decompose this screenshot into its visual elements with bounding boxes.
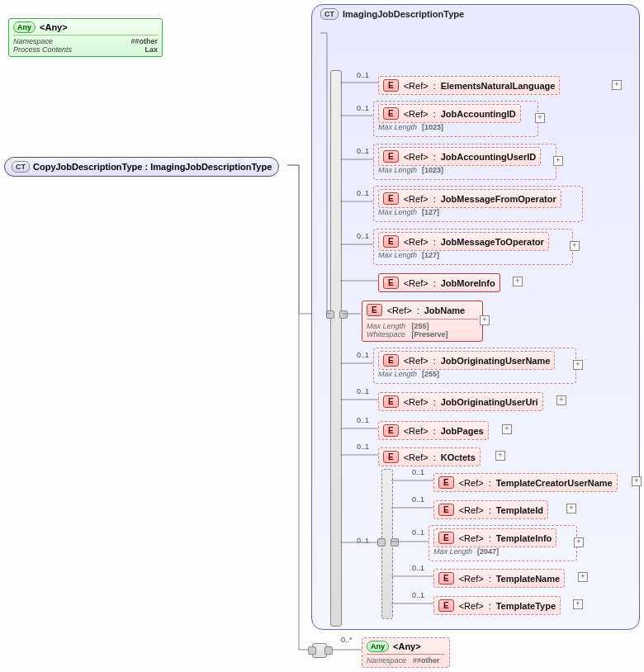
expand-icon[interactable]: + xyxy=(612,80,622,90)
any-row-key: Namespace xyxy=(13,37,53,45)
occurrence-label: 0..1 xyxy=(357,442,369,451)
occurrence-label: 0..1 xyxy=(357,416,369,424)
occurrence-label: 0..1 xyxy=(357,189,369,197)
element-ref[interactable]: E <Ref>: KOctets xyxy=(378,447,481,466)
facet-val: [1023] xyxy=(422,166,443,174)
ref-label: <Ref> xyxy=(459,478,484,488)
element-badge-icon: E xyxy=(438,572,454,584)
element-name: JobMessageFromOperator xyxy=(441,194,556,204)
expand-icon[interactable]: + xyxy=(578,572,588,582)
element-badge-icon: E xyxy=(383,235,399,248)
element-ref[interactable]: E <Ref>: JobMessageFromOperator xyxy=(378,189,561,208)
element-name: JobName xyxy=(424,305,466,315)
element-name: JobMessageToOperator xyxy=(441,237,544,247)
sequence-handle-icon[interactable] xyxy=(324,646,333,655)
ref-label: <Ref> xyxy=(404,356,429,366)
sequence-handle-icon[interactable] xyxy=(377,538,386,547)
element-ref[interactable]: E <Ref>: JobMessageToOperator xyxy=(378,232,549,251)
element-name: TemplateInfo xyxy=(496,533,552,543)
facet-key: Max Length xyxy=(378,251,417,259)
any-row-key: Namespace xyxy=(367,656,406,665)
occurrence-label: 0..1 xyxy=(357,387,369,395)
expand-icon[interactable]: + xyxy=(573,360,583,370)
element-name: TemplateId xyxy=(496,505,543,515)
element-badge-icon: E xyxy=(367,304,382,316)
element-ref[interactable]: E <Ref>: TemplateCreatorUserName xyxy=(433,473,618,492)
ref-label: <Ref> xyxy=(404,397,429,407)
ref-label: <Ref> xyxy=(404,452,429,462)
expand-icon[interactable]: + xyxy=(574,537,584,547)
facet-key: Max Length xyxy=(378,166,417,174)
facet-key: Max Length xyxy=(378,370,417,378)
expand-icon[interactable]: + xyxy=(513,277,523,286)
occurrence-label: 0..1 xyxy=(357,351,369,359)
any-footer-title: <Any> xyxy=(393,641,421,651)
facet-key: Whitespace xyxy=(367,330,405,338)
element-name: JobAccountingID xyxy=(441,109,516,119)
occurrence-label: 0..* xyxy=(341,636,353,644)
expand-icon[interactable]: + xyxy=(553,156,563,166)
ref-label: <Ref> xyxy=(459,505,484,515)
element-name: TemplateName xyxy=(496,574,560,584)
element-name: JobOriginatingUserUri xyxy=(441,397,538,407)
expand-icon[interactable]: + xyxy=(495,451,505,461)
element-badge-icon: E xyxy=(383,395,399,408)
element-name: JobOriginatingUserName xyxy=(441,356,551,366)
expand-icon[interactable]: + xyxy=(556,395,566,405)
element-ref[interactable]: E <Ref>: JobMoreInfo xyxy=(378,273,500,292)
element-ref[interactable]: E <Ref>: TemplateInfo xyxy=(433,528,556,547)
element-badge-icon: E xyxy=(383,451,399,463)
ct-badge-icon: CT xyxy=(320,8,339,20)
any-row-key: Process Contents xyxy=(13,45,72,54)
element-ref[interactable]: E <Ref>: JobAccountingID xyxy=(378,104,521,123)
any-wildcard-footer[interactable]: Any <Any> Namespace##other xyxy=(362,637,450,668)
expand-icon[interactable]: + xyxy=(632,476,642,486)
element-ref[interactable]: E <Ref>: TemplateName xyxy=(433,569,565,588)
occurrence-label: 0..1 xyxy=(412,495,424,504)
ref-label: <Ref> xyxy=(404,278,429,288)
expand-icon[interactable]: + xyxy=(480,315,490,325)
element-name: JobPages xyxy=(441,426,484,436)
ref-label: <Ref> xyxy=(404,109,429,119)
sequence-handle-icon[interactable] xyxy=(339,310,348,319)
sequence-handle-icon[interactable] xyxy=(326,310,334,319)
element-badge-icon: E xyxy=(383,107,399,120)
element-badge-icon: E xyxy=(383,79,399,92)
element-ref[interactable]: E <Ref>: JobOriginatingUserName xyxy=(378,351,555,370)
expand-icon[interactable]: + xyxy=(535,113,545,123)
occurrence-label: 0..1 xyxy=(412,528,424,537)
element-ref[interactable]: E <Ref>: TemplateType xyxy=(433,596,561,615)
any-row-val: ##other xyxy=(130,37,158,45)
any-row-val: Lax xyxy=(144,45,158,54)
ref-label: <Ref> xyxy=(404,152,429,162)
occurrence-label: 0..1 xyxy=(412,591,424,599)
expand-icon[interactable]: + xyxy=(570,241,580,251)
expand-icon[interactable]: + xyxy=(566,504,576,513)
element-ref[interactable]: E <Ref>: JobName Max Length [255] Whites… xyxy=(362,301,483,342)
occurrence-label: 0..1 xyxy=(357,147,369,155)
expand-icon[interactable]: + xyxy=(573,599,583,609)
facet-val: [127] xyxy=(422,208,439,216)
element-name: KOctets xyxy=(441,452,476,462)
element-name: JobMoreInfo xyxy=(441,278,495,288)
element-ref[interactable]: E <Ref>: TemplateId xyxy=(433,500,548,519)
ref-label: <Ref> xyxy=(404,81,429,91)
facet-val: [255] xyxy=(422,370,439,378)
element-badge-icon: E xyxy=(383,150,399,163)
element-ref[interactable]: E <Ref>: JobAccountingUserID xyxy=(378,147,541,166)
ref-label: <Ref> xyxy=(459,533,484,543)
any-badge-icon: Any xyxy=(367,641,389,652)
root-complex-type[interactable]: CT CopyJobDescriptionType : ImagingJobDe… xyxy=(4,157,279,177)
element-badge-icon: E xyxy=(438,532,454,544)
ref-label: <Ref> xyxy=(404,237,429,247)
element-ref[interactable]: E <Ref>: JobOriginatingUserUri xyxy=(378,392,543,411)
expand-icon[interactable]: + xyxy=(502,424,512,434)
element-badge-icon: E xyxy=(438,476,454,489)
element-badge-icon: E xyxy=(383,424,399,437)
ref-label: <Ref> xyxy=(387,305,412,315)
sequence-handle-icon[interactable] xyxy=(308,646,316,655)
element-ref[interactable]: E <Ref> : ElementsNaturalLanguage xyxy=(378,76,560,95)
any-wildcard-top[interactable]: Any <Any> Namespace##other Process Conte… xyxy=(8,18,163,57)
element-ref[interactable]: E <Ref>: JobPages xyxy=(378,421,489,440)
sequence-handle-icon[interactable] xyxy=(391,538,399,547)
